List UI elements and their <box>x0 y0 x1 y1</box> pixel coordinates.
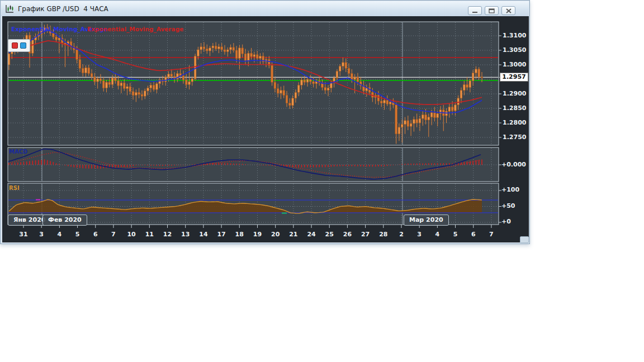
maximize-icon <box>489 8 495 13</box>
window-title: График GBP /USD 4 ЧАСА <box>18 5 108 13</box>
blue-indicator-button[interactable] <box>20 42 26 49</box>
close-icon <box>506 8 512 13</box>
chart-canvas[interactable] <box>2 16 529 242</box>
title-bar[interactable]: График GBP /USD 4 ЧАСА <box>1 1 529 16</box>
close-button[interactable] <box>501 6 515 15</box>
chart-window: Exponential_Moving_Average Exponential_M… <box>0 0 530 244</box>
red-indicator-button[interactable] <box>12 42 18 49</box>
chart-panel[interactable] <box>8 147 499 182</box>
resize-grip[interactable] <box>520 236 529 243</box>
maximize-button[interactable] <box>485 6 499 15</box>
chart-icon <box>5 4 15 13</box>
minimize-icon <box>472 8 478 13</box>
minimize-button[interactable] <box>468 6 482 15</box>
chart-client-area: Exponential_Moving_Average Exponential_M… <box>2 16 529 242</box>
indicator-buttons-box <box>8 39 30 52</box>
chart-panel[interactable] <box>8 22 499 145</box>
